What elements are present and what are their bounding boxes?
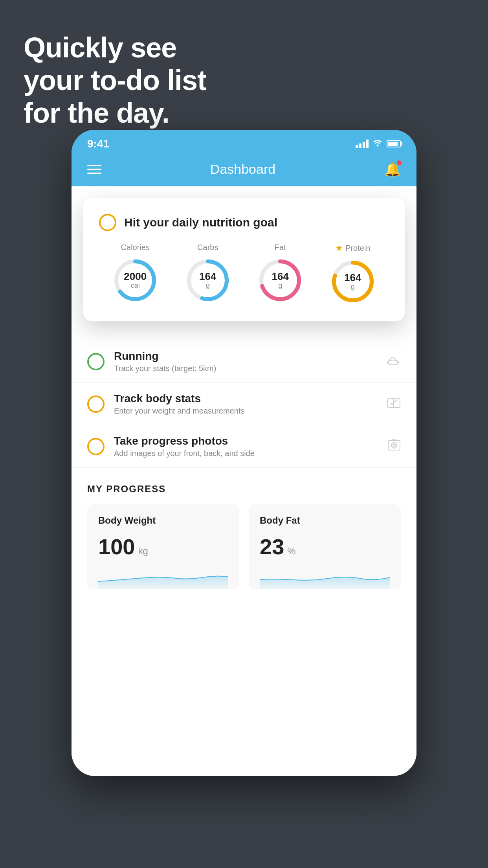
protein-value: 164 [344,272,361,283]
card-check-circle [99,214,116,231]
progress-cards: Body Weight 100 kg [87,504,401,589]
todo-subtitle-photos: Add images of your front, back, and side [114,449,378,458]
body-fat-unit: % [287,546,295,557]
protein-label: ★ Protein [335,243,370,253]
star-icon: ★ [335,243,343,253]
hero-text: Quickly see your to-do list for the day. [24,31,206,129]
card-title-row: Hit your daily nutrition goal [99,214,389,231]
todo-subtitle-running: Track your stats (target: 5km) [114,364,376,373]
battery-icon [387,140,401,147]
fat-donut: 164 g [257,257,304,304]
todo-title-running: Running [114,350,376,362]
card-title: Hit your daily nutrition goal [124,216,277,229]
header-title: Dashboard [210,162,275,177]
todo-title-photos: Take progress photos [114,435,378,447]
hamburger-button[interactable] [87,165,101,174]
signal-icon [356,140,369,148]
nutrition-stats: Calories 2000 cal Carbs [99,243,389,305]
body-weight-card[interactable]: Body Weight 100 kg [87,504,239,589]
nutrition-card[interactable]: Hit your daily nutrition goal Calories 2… [83,198,405,321]
body-weight-title: Body Weight [98,515,228,526]
scale-icon [387,396,401,412]
protein-stat: ★ Protein 164 g [329,243,376,305]
running-icon [385,354,401,369]
progress-section: MY PROGRESS Body Weight 100 kg [72,468,416,597]
carbs-label: Carbs [197,243,218,252]
todo-item-photos[interactable]: Take progress photos Add images of your … [72,425,416,468]
todo-text-photos: Take progress photos Add images of your … [114,435,378,458]
body-fat-value: 23 [260,534,284,559]
svg-point-14 [393,444,395,447]
todo-circle-body-stats [87,395,105,413]
carbs-donut: 164 g [184,257,231,304]
todo-item-running[interactable]: Running Track your stats (target: 5km) [72,340,416,383]
body-fat-card[interactable]: Body Fat 23 % [249,504,401,589]
calories-donut: 2000 cal [112,257,159,304]
todo-text-running: Running Track your stats (target: 5km) [114,350,376,373]
todo-list: Running Track your stats (target: 5km) T… [72,340,416,468]
body-fat-chart [260,566,390,589]
body-weight-value-row: 100 kg [98,534,228,559]
body-weight-value: 100 [98,534,135,559]
app-header: Dashboard 🔔 [72,155,416,186]
phone-content: THINGS TO DO TODAY Hit your daily nutrit… [72,186,416,776]
svg-point-0 [377,145,379,147]
calories-label: Calories [121,243,150,252]
photo-icon [387,438,401,454]
calories-value: 2000 [124,271,147,281]
body-fat-title: Body Fat [260,515,390,526]
todo-title-body-stats: Track body stats [114,392,377,405]
todo-circle-photos [87,438,105,455]
fat-stat: Fat 164 g [257,243,304,304]
svg-point-13 [391,443,397,448]
notification-dot [397,160,402,165]
status-icons [356,139,401,149]
fat-value: 164 [272,271,289,281]
todo-item-body-stats[interactable]: Track body stats Enter your weight and m… [72,383,416,425]
status-bar: 9:41 [72,130,416,155]
body-fat-value-row: 23 % [260,534,390,559]
calories-stat: Calories 2000 cal [112,243,159,304]
wifi-icon [372,139,383,149]
fat-label: Fat [275,243,286,252]
todo-subtitle-body-stats: Enter your weight and measurements [114,406,377,416]
body-weight-chart [98,566,228,589]
carbs-stat: Carbs 164 g [184,243,231,304]
todo-circle-running [87,353,105,370]
carbs-value: 164 [199,271,216,281]
notification-bell-icon[interactable]: 🔔 [384,161,401,177]
body-weight-unit: kg [138,546,148,557]
protein-donut: 164 g [329,258,376,305]
phone-mockup: 9:41 Dashboard [72,130,416,776]
todo-text-body-stats: Track body stats Enter your weight and m… [114,392,377,416]
progress-section-label: MY PROGRESS [87,484,401,495]
status-time: 9:41 [87,138,109,150]
svg-rect-12 [388,441,400,450]
